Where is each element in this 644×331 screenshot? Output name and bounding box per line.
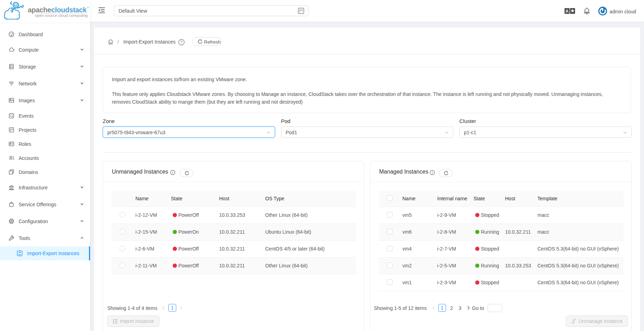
svg-text:A: A [566, 9, 569, 14]
svg-text:?: ? [180, 40, 183, 44]
